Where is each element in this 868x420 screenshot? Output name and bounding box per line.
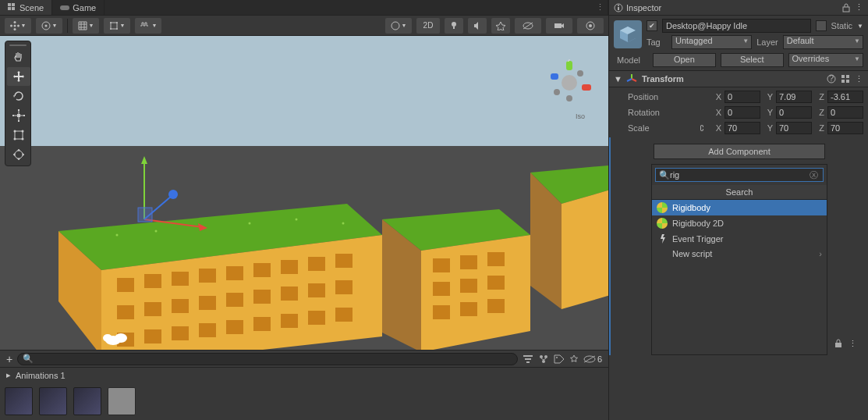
tab-game[interactable]: Game	[52, 0, 105, 15]
pos-z-input[interactable]	[827, 91, 863, 103]
svg-rect-62	[253, 317, 271, 331]
model-label: Model	[617, 55, 648, 65]
svg-rect-42	[199, 269, 216, 283]
camera-dropdown[interactable]	[546, 18, 572, 34]
help-icon[interactable]: ?	[827, 74, 836, 84]
layer-label: Layer	[756, 37, 778, 47]
lock-icon[interactable]	[842, 3, 850, 12]
svg-rect-56	[335, 280, 353, 294]
rot-z-input[interactable]	[827, 106, 863, 119]
orientation-gizmo[interactable]: y	[546, 59, 593, 106]
rot-x-input[interactable]	[725, 106, 760, 119]
anim-thumb[interactable]	[108, 387, 136, 415]
project-search[interactable]: 🔍	[17, 353, 518, 365]
svg-rect-0	[8, 3, 11, 6]
svg-rect-48	[117, 305, 134, 319]
2d-toggle[interactable]: 2D	[416, 18, 440, 34]
audio-toggle[interactable]	[468, 18, 487, 34]
svg-rect-49	[144, 302, 161, 316]
draw-mode-dropdown[interactable]: ▼	[385, 18, 412, 34]
tag-label: Tag	[647, 37, 667, 47]
label-icon[interactable]	[554, 354, 565, 364]
active-checkbox[interactable]	[647, 20, 657, 31]
anim-thumb[interactable]	[5, 387, 33, 415]
scene-viewport[interactable]: y Iso	[0, 36, 608, 350]
svg-rect-41	[172, 272, 189, 286]
svg-rect-12	[111, 23, 117, 29]
lock-icon[interactable]	[834, 339, 842, 349]
component-item-rigidbody[interactable]: Rigidbody	[652, 200, 827, 215]
tab-scene[interactable]: Scene	[0, 0, 52, 15]
pos-x-input[interactable]	[725, 91, 760, 103]
info-icon	[614, 3, 623, 12]
transform-icon	[626, 73, 637, 84]
grid-snap-dropdown[interactable]: ▼	[73, 18, 99, 34]
transform-header[interactable]: ▼ Transform ? ⋮	[609, 70, 868, 87]
rot-y-input[interactable]	[776, 106, 812, 119]
svg-point-7	[13, 28, 16, 30]
svg-rect-55	[308, 283, 325, 297]
svg-rect-4	[60, 5, 69, 10]
foldout-icon[interactable]: ▼	[614, 74, 622, 84]
animations-title: Animations 1	[16, 371, 66, 380]
component-item-rigidbody2d[interactable]: Rigidbody 2D	[652, 215, 827, 231]
tag-dropdown[interactable]: Untagged	[671, 35, 752, 49]
svg-rect-64	[308, 311, 325, 325]
prefab-row: Model Open Select Overrides	[609, 52, 868, 70]
svg-rect-114	[835, 343, 841, 347]
visibility-toggle[interactable]	[515, 18, 541, 34]
component-search-input[interactable]	[670, 170, 808, 180]
kebab-icon[interactable]: ⋮	[855, 2, 863, 12]
svg-rect-129	[841, 80, 845, 83]
filter-icon[interactable]	[523, 354, 533, 364]
scene-toolbar: ▼ ▼ ▼ ▼ ▼ ▼ 2D	[0, 16, 608, 36]
component-search[interactable]: 🔍 ⓧ	[655, 168, 824, 182]
scale-x-input[interactable]	[725, 122, 760, 134]
star-icon[interactable]	[569, 354, 579, 364]
svg-rect-58	[144, 329, 161, 343]
overrides-dropdown[interactable]: Overrides	[788, 53, 863, 67]
increment-snap-dropdown[interactable]: ▼	[135, 18, 161, 34]
pivot-mode-dropdown[interactable]: ▼	[36, 18, 62, 34]
tab-scene-label: Scene	[19, 3, 44, 12]
svg-rect-105	[523, 355, 533, 357]
svg-point-88	[115, 333, 127, 343]
add-component-button[interactable]: Add Component	[654, 144, 825, 159]
component-item-new-script[interactable]: New script ›	[652, 247, 827, 261]
add-icon[interactable]: +	[6, 353, 12, 365]
physics-icon	[657, 218, 668, 229]
clear-icon[interactable]: ⓧ	[808, 169, 820, 181]
kebab-icon[interactable]: ⋮	[855, 74, 863, 84]
svg-point-89	[103, 334, 112, 342]
pos-y-input[interactable]	[776, 91, 812, 103]
preset-icon[interactable]	[841, 74, 850, 84]
lighting-toggle[interactable]	[445, 18, 463, 34]
object-name-input[interactable]	[662, 19, 811, 33]
fx-toggle[interactable]	[491, 18, 510, 34]
hierarchy-icon[interactable]	[538, 354, 549, 364]
svg-rect-2	[8, 7, 11, 10]
layer-dropdown[interactable]: Default	[783, 35, 863, 49]
svg-rect-130	[846, 80, 849, 83]
static-checkbox[interactable]	[816, 20, 827, 31]
animations-header[interactable]: ▸ Animations 1	[0, 367, 608, 383]
constrain-icon[interactable]	[695, 123, 709, 133]
anim-thumb[interactable]	[73, 387, 101, 415]
transform-gizmo[interactable]	[117, 153, 226, 247]
kebab-icon[interactable]: ⋮	[849, 339, 857, 349]
select-button[interactable]: Select	[721, 53, 784, 67]
snap-dropdown[interactable]: ▼	[104, 18, 130, 34]
anim-thumb[interactable]	[39, 387, 67, 415]
static-dropdown-icon[interactable]: ▼	[857, 23, 863, 30]
scale-z-input[interactable]	[827, 122, 863, 134]
open-button[interactable]: Open	[653, 53, 716, 67]
svg-text:y: y	[567, 59, 572, 62]
tool-handle-dropdown[interactable]: ▼	[5, 18, 31, 34]
component-item-event-trigger[interactable]: Event Trigger	[652, 231, 827, 247]
gizmos-dropdown[interactable]	[577, 18, 604, 34]
foldout-icon[interactable]: ▸	[5, 370, 12, 380]
hidden-icon[interactable]: 6	[583, 354, 602, 364]
scale-y-input[interactable]	[776, 122, 812, 134]
tab-menu-icon[interactable]: ⋮	[592, 0, 608, 15]
inspector-tab-bar: Inspector ⋮	[609, 0, 868, 16]
